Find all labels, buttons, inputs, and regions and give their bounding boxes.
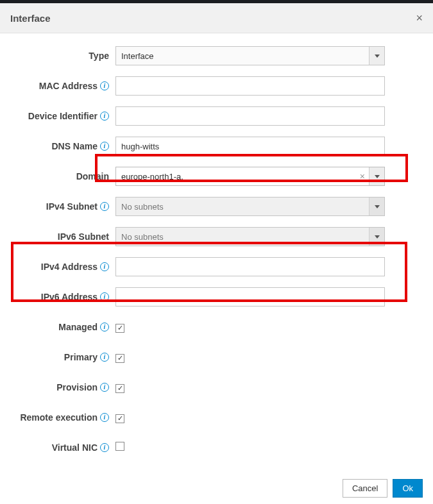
type-select-text: Interface — [121, 51, 369, 61]
label-mac-text: MAC Address — [39, 81, 98, 91]
row-ipv6-addr: IPv6 Address i — [19, 287, 414, 307]
ipv4-subnet-text: No subnets — [121, 202, 369, 212]
modal-title: Interface — [10, 13, 51, 24]
row-domain: Domain europe-north1-a. × — [19, 167, 414, 186]
row-ipv6-subnet: IPv6 Subnet No subnets — [19, 227, 414, 246]
info-icon[interactable]: i — [100, 292, 109, 301]
domain-select-text: europe-north1-a. — [121, 172, 360, 181]
type-select-caret-box — [369, 47, 384, 65]
footer: Cancel Ok — [343, 479, 423, 498]
label-type-text: Type — [89, 51, 109, 61]
label-managed: Managed i — [19, 322, 115, 332]
close-icon[interactable]: × — [416, 12, 423, 24]
label-dns: DNS Name i — [19, 141, 115, 151]
row-mac: MAC Address i — [19, 76, 414, 96]
ipv6-subnet-select[interactable]: No subnets — [115, 227, 385, 246]
info-icon[interactable]: i — [100, 323, 109, 332]
domain-select[interactable]: europe-north1-a. × — [115, 167, 385, 186]
info-icon[interactable]: i — [100, 383, 109, 392]
chevron-down-icon — [375, 175, 380, 178]
primary-checkbox[interactable]: ✓ — [115, 354, 124, 363]
info-icon[interactable]: i — [100, 443, 109, 452]
row-device-id: Device Identifier i — [19, 106, 414, 126]
label-device-id-text: Device Identifier — [28, 111, 98, 121]
domain-caret-box — [369, 167, 384, 185]
info-icon[interactable]: i — [100, 353, 109, 362]
label-mac: MAC Address i — [19, 81, 115, 91]
label-ipv4-addr: IPv4 Address i — [19, 262, 115, 272]
ipv4-addr-input[interactable] — [115, 257, 385, 276]
ipv6-subnet-text: No subnets — [121, 232, 369, 242]
info-icon[interactable]: i — [100, 262, 109, 271]
label-ipv4-subnet: IPv4 Subnet i — [19, 201, 115, 212]
device-id-input[interactable] — [115, 106, 385, 126]
label-managed-text: Managed — [58, 322, 98, 332]
label-domain-text: Domain — [76, 171, 109, 181]
row-dns: DNS Name i — [19, 137, 414, 156]
label-ipv6-subnet-text: IPv6 Subnet — [58, 231, 109, 242]
info-icon[interactable]: i — [100, 202, 109, 211]
label-ipv4-subnet-text: IPv4 Subnet — [46, 201, 98, 212]
label-remote-exec-text: Remote execution — [20, 412, 98, 423]
row-primary: Primary i ✓ — [19, 348, 414, 367]
row-remote-exec: Remote execution i ✓ — [19, 408, 414, 427]
dns-input[interactable] — [115, 137, 385, 156]
type-select[interactable]: Interface — [115, 46, 385, 65]
chevron-down-icon — [375, 205, 380, 208]
label-virtual-nic: Virtual NIC i — [19, 442, 115, 453]
label-type: Type — [19, 51, 115, 61]
mac-input[interactable] — [115, 76, 385, 96]
provision-checkbox[interactable]: ✓ — [115, 384, 124, 393]
cancel-button[interactable]: Cancel — [343, 479, 387, 498]
row-virtual-nic: Virtual NIC i — [19, 438, 414, 457]
chevron-down-icon — [375, 55, 380, 58]
row-ipv4-addr: IPv4 Address i — [19, 257, 414, 276]
label-dns-text: DNS Name — [51, 141, 98, 151]
info-icon[interactable]: i — [100, 81, 109, 90]
row-provision: Provision i ✓ — [19, 378, 414, 397]
managed-checkbox[interactable]: ✓ — [115, 324, 124, 333]
label-ipv6-subnet: IPv6 Subnet — [19, 231, 115, 242]
label-primary: Primary i — [19, 352, 115, 362]
ipv4-subnet-select[interactable]: No subnets — [115, 197, 385, 216]
virtual-nic-checkbox[interactable] — [115, 442, 124, 451]
row-ipv4-subnet: IPv4 Subnet i No subnets — [19, 197, 414, 216]
label-virtual-nic-text: Virtual NIC — [52, 442, 98, 453]
chevron-down-icon — [375, 235, 380, 239]
label-remote-exec: Remote execution i — [19, 412, 115, 423]
label-ipv6-addr: IPv6 Address i — [19, 292, 115, 302]
label-provision: Provision i — [19, 382, 115, 392]
ok-button[interactable]: Ok — [393, 479, 423, 498]
label-provision-text: Provision — [56, 382, 98, 392]
info-icon[interactable]: i — [100, 142, 109, 151]
row-type: Type Interface — [19, 46, 414, 65]
label-primary-text: Primary — [64, 352, 98, 362]
ipv6-addr-input[interactable] — [115, 287, 385, 307]
remote-exec-checkbox[interactable]: ✓ — [115, 414, 124, 423]
form-body: Type Interface MAC Address i Device Iden… — [0, 33, 433, 475]
info-icon[interactable]: i — [100, 112, 109, 121]
label-device-id: Device Identifier i — [19, 111, 115, 121]
clear-icon[interactable]: × — [360, 171, 369, 181]
ipv4-subnet-caret-box — [369, 197, 384, 215]
label-domain: Domain — [19, 171, 115, 181]
ipv6-subnet-caret-box — [369, 228, 384, 246]
info-icon[interactable]: i — [100, 413, 109, 422]
label-ipv4-addr-text: IPv4 Address — [41, 262, 98, 272]
row-managed: Managed i ✓ — [19, 317, 414, 337]
modal-header: Interface × — [0, 3, 433, 33]
label-ipv6-addr-text: IPv6 Address — [41, 292, 98, 302]
